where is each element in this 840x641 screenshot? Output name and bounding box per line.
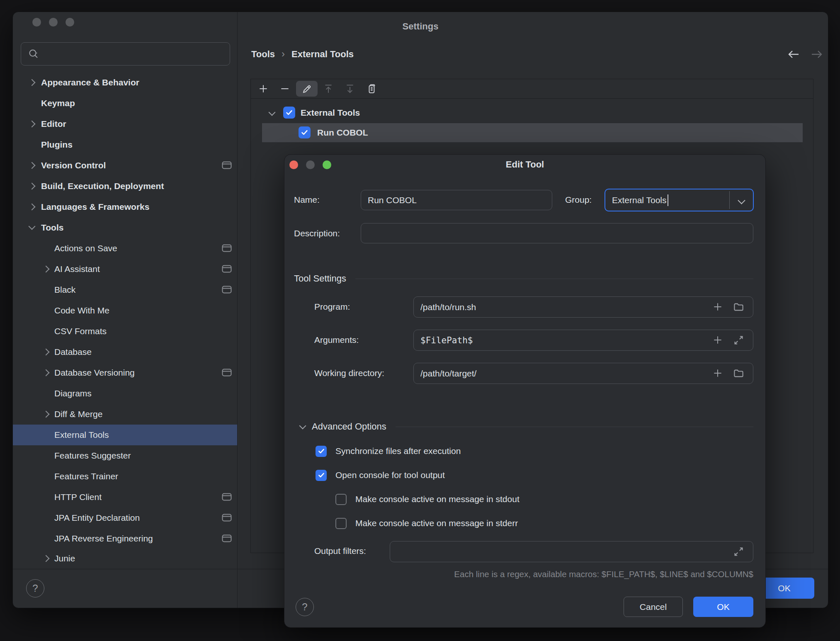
tree-item-label: Run COBOL [317, 128, 368, 138]
breadcrumb-tools[interactable]: Tools [251, 49, 275, 60]
arguments-field[interactable] [413, 330, 753, 351]
forward-arrow-icon[interactable] [810, 49, 823, 60]
output-filters-field[interactable] [390, 541, 753, 562]
tree-group-label: External Tools [301, 108, 360, 118]
sidebar-item-tools[interactable]: Tools [13, 217, 237, 238]
sidebar-item-version-control[interactable]: Version Control [13, 155, 237, 176]
search-icon [28, 48, 40, 61]
stderr-checkbox-row[interactable]: Make console active on message in stderr [335, 517, 518, 529]
duplicate-icon[interactable] [367, 83, 377, 94]
name-label: Name: [294, 194, 320, 206]
add-icon[interactable] [258, 83, 269, 94]
output-filters-label: Output filters: [314, 545, 366, 557]
open-console-checkbox-row[interactable]: Open console for tool output [316, 469, 445, 481]
checkbox-label: Open console for tool output [335, 470, 445, 480]
sidebar-item-http-client[interactable]: HTTP Client [13, 487, 237, 507]
sidebar-item-appearance-behavior[interactable]: Appearance & Behavior [13, 72, 237, 93]
sidebar-item-jpa-entity-declaration[interactable]: JPA Entity Declaration [13, 507, 237, 528]
sync-files-checkbox-row[interactable]: Synchronize files after execution [316, 445, 461, 457]
insert-macro-icon[interactable] [712, 335, 723, 345]
ide-scope-icon [222, 493, 232, 501]
settings-search-box[interactable] [21, 42, 230, 66]
dialog-title: Edit Tool [284, 159, 765, 170]
working-directory-field[interactable] [413, 363, 753, 384]
browse-folder-icon[interactable] [733, 368, 744, 379]
sidebar-item-diff-merge[interactable]: Diff & Merge [13, 404, 237, 425]
sidebar-item-diagrams[interactable]: Diagrams [13, 383, 237, 404]
chevron-right-icon [29, 121, 36, 128]
ide-scope-icon [222, 514, 232, 522]
tools-toolbar [251, 79, 813, 99]
chevron-right-icon [43, 349, 50, 356]
dialog-help-button[interactable]: ? [296, 598, 314, 616]
expand-field-icon[interactable] [733, 335, 744, 346]
chevron-down-icon [269, 109, 276, 116]
browse-folder-icon[interactable] [733, 301, 744, 313]
checkbox-label: Make console active on message in stdout [355, 494, 520, 504]
back-arrow-icon[interactable] [787, 49, 800, 60]
sidebar-item-ai-assistant[interactable]: AI Assistant [13, 259, 237, 279]
sidebar-item-jpa-reverse-engineering[interactable]: JPA Reverse Engineering [13, 528, 237, 549]
expand-field-icon[interactable] [733, 546, 744, 557]
chevron-down-icon[interactable] [738, 197, 745, 204]
ide-scope-icon [222, 161, 232, 169]
remove-icon[interactable] [279, 83, 290, 94]
working-directory-label: Working directory: [314, 367, 384, 379]
tool-settings-title: Tool Settings [294, 273, 346, 284]
sidebar-item-code-with-me[interactable]: Code With Me [13, 300, 237, 321]
sidebar-item-keymap[interactable]: Keymap [13, 93, 237, 114]
text-cursor [668, 194, 668, 206]
advanced-options-section-header[interactable]: Advanced Options [300, 421, 753, 432]
description-label: Description: [294, 228, 340, 239]
chevron-down-icon [29, 223, 36, 230]
sidebar-item-features-trainer[interactable]: Features Trainer [13, 466, 237, 487]
run-cobol-checkbox[interactable] [299, 126, 311, 138]
tree-item-row[interactable]: Run COBOL [251, 123, 813, 142]
checkbox-checked[interactable] [316, 470, 327, 481]
ide-scope-icon [222, 369, 232, 376]
sidebar-item-black[interactable]: Black [13, 279, 237, 300]
checkbox-unchecked[interactable] [335, 518, 347, 529]
sidebar-item-build-execution-deployment[interactable]: Build, Execution, Deployment [13, 176, 237, 197]
chevron-right-icon [29, 162, 36, 169]
sidebar-item-actions-on-save[interactable]: Actions on Save [13, 238, 237, 259]
move-up-icon[interactable] [323, 83, 334, 94]
stdout-checkbox-row[interactable]: Make console active on message in stdout [335, 493, 520, 505]
section-divider [396, 427, 753, 427]
ide-scope-icon [222, 286, 232, 294]
combo-divider [729, 191, 730, 209]
sidebar-item-junie[interactable]: Junie [13, 548, 237, 569]
group-combobox[interactable]: External Tools [605, 189, 754, 211]
checkbox-unchecked[interactable] [335, 494, 347, 505]
sidebar-item-csv-formats[interactable]: CSV Formats [13, 321, 237, 342]
breadcrumb-separator: › [282, 48, 285, 60]
ok-button[interactable]: OK [693, 597, 753, 617]
checkbox-label: Make console active on message in stderr [355, 518, 518, 528]
sidebar-item-editor[interactable]: Editor [13, 114, 237, 134]
tree-group-row[interactable]: External Tools [251, 103, 813, 122]
external-tools-checkbox[interactable] [283, 107, 295, 119]
chevron-right-icon [43, 411, 50, 418]
move-down-icon[interactable] [345, 83, 355, 94]
program-field[interactable] [413, 296, 753, 318]
help-button[interactable]: ? [26, 579, 44, 597]
sidebar-item-languages-frameworks[interactable]: Languages & Frameworks [13, 197, 237, 217]
ide-scope-icon [222, 244, 232, 252]
sidebar-item-database[interactable]: Database [13, 342, 237, 362]
tool-settings-section-header: Tool Settings [294, 273, 753, 284]
sidebar-item-features-suggester[interactable]: Features Suggester [13, 445, 237, 466]
description-field[interactable] [361, 223, 753, 243]
insert-macro-icon[interactable] [712, 368, 723, 379]
insert-macro-icon[interactable] [712, 301, 723, 312]
cancel-button[interactable]: Cancel [624, 597, 683, 617]
edit-icon[interactable] [296, 81, 318, 97]
name-field[interactable] [361, 190, 552, 210]
chevron-right-icon [43, 266, 50, 273]
sidebar-item-plugins[interactable]: Plugins [13, 134, 237, 155]
group-value: External Tools [612, 195, 667, 205]
sidebar-item-database-versioning[interactable]: Database Versioning [13, 362, 237, 383]
checkbox-checked[interactable] [316, 446, 327, 457]
output-filters-hint: Each line is a regex, available macros: … [390, 569, 753, 579]
chevron-right-icon [43, 369, 50, 376]
sidebar-item-external-tools[interactable]: External Tools [13, 425, 237, 445]
